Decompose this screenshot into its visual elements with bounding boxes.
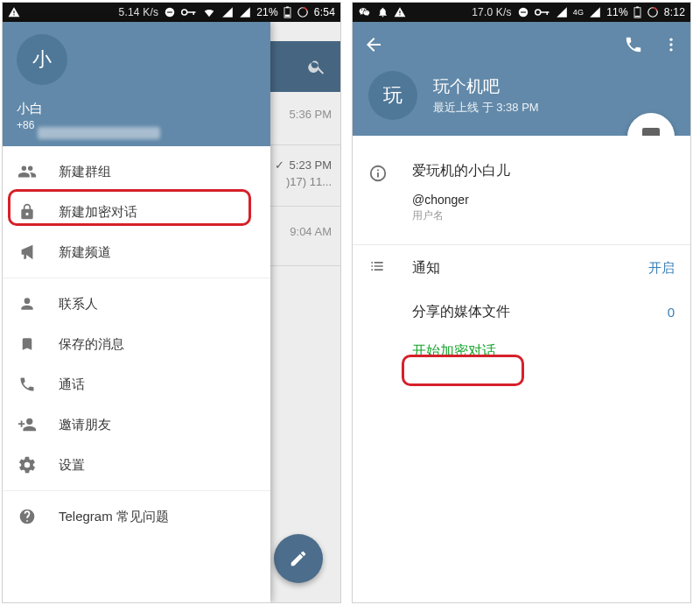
drawer-item-label: 新建加密对话 [59,204,137,221]
svg-rect-3 [187,11,196,13]
list-icon [368,257,389,278]
user-avatar[interactable]: 小 [17,34,67,85]
warning-icon [8,6,20,18]
profile-status: 最近上线 于 3:38 PM [433,100,539,116]
clock: 6:54 [314,6,335,18]
info-icon [368,162,389,223]
display-name: 爱玩机的小白儿 [412,162,675,180]
row-start-secret-chat[interactable]: 开始加密对话 [353,334,690,373]
username-caption: 用户名 [412,208,675,223]
drawer-item-faq[interactable]: Telegram 常见问题 [3,496,270,537]
clock-ring-icon [647,6,659,18]
chat-preview: )17) 11... [286,175,332,188]
clock: 8:12 [664,6,685,18]
more-button[interactable] [662,35,680,58]
more-vert-icon [662,35,680,54]
search-icon[interactable] [307,57,326,76]
battery-percent: 11% [606,6,628,18]
dnd-icon [517,6,529,18]
nav-drawer: 小 小白 +86 新建群组 新建加密对话 新建频道 联系人 [3,22,270,602]
person-add-icon [17,415,38,434]
contact-icon [17,295,38,313]
drawer-item-label: Telegram 常见问题 [59,509,169,525]
svg-rect-6 [286,6,289,8]
drawer-item-new-channel[interactable]: 新建频道 [3,232,270,272]
call-button[interactable] [624,35,643,58]
drawer-item-contacts[interactable]: 联系人 [3,284,270,324]
svg-rect-16 [635,16,640,17]
drawer-item-invite[interactable]: 邀请朋友 [3,405,270,445]
dnd-icon [164,6,176,18]
svg-point-2 [182,10,187,15]
group-icon [17,162,38,181]
megaphone-icon [17,243,38,262]
profile-body: 爱玩机的小白儿 @chonger 用户名 通知 开启 分享的媒体文件 0 开始加… [353,136,690,602]
row-label: 分享的媒体文件 [412,303,510,321]
divider [3,278,270,278]
wifi-icon [202,6,216,18]
chat-time: 5:36 PM [290,108,332,121]
toolbar [353,22,690,71]
chat-time: 5:23 PM [290,158,332,172]
svg-point-18 [669,39,672,41]
svg-rect-1 [167,11,172,12]
drawer-item-label: 设置 [59,457,85,474]
drawer-item-calls[interactable]: 通话 [3,364,270,405]
chat-time: 9:04 AM [290,225,332,238]
network-type: 4G [573,8,584,17]
phone-left: 5.14 K/s 21% 6:54 5:36 PM ✓ 5:23 PM )17)… [2,2,341,603]
statusbar: 17.0 K/s 4G 11% 8:12 [353,3,690,22]
row-value: 0 [668,305,675,320]
drawer-item-label: 联系人 [59,296,98,313]
svg-point-19 [669,43,672,46]
signal-icon [239,6,251,18]
gear-icon [17,455,38,475]
wechat-icon [358,6,372,18]
battery-percent: 21% [256,6,278,18]
key-icon [535,7,550,18]
start-secret-chat-label: 开始加密对话 [412,342,496,361]
row-label: 通知 [412,259,626,278]
svg-rect-12 [541,11,550,13]
user-name: 小白 [17,101,256,117]
drawer-list: 新建群组 新建加密对话 新建频道 联系人 保存的消息 通话 [3,146,270,542]
help-icon [17,508,38,525]
lock-icon [17,203,38,221]
redacted-blur [38,127,160,139]
avatar-initial: 玩 [383,82,402,109]
phone-icon [17,376,38,393]
battery-icon [284,6,291,18]
row-notifications[interactable]: 通知 开启 [353,245,690,291]
drawer-item-label: 通话 [59,376,85,393]
bell-icon [377,6,388,18]
network-speed: 5.14 K/s [119,6,159,18]
drawer-item-new-group[interactable]: 新建群组 [3,151,270,192]
svg-rect-4 [193,11,195,15]
profile-avatar[interactable]: 玩 [368,71,417,120]
drawer-item-saved-messages[interactable]: 保存的消息 [3,324,270,364]
svg-rect-13 [546,11,548,15]
username[interactable]: @chonger [412,193,675,207]
drawer-header[interactable]: 小 小白 +86 [3,22,270,146]
drawer-item-new-secret-chat[interactable]: 新建加密对话 [3,192,270,232]
info-section: 爱玩机的小白儿 @chonger 用户名 [353,136,690,232]
battery-icon [634,6,641,18]
phone-right: 17.0 K/s 4G 11% 8:12 [352,2,691,603]
row-shared-media[interactable]: 分享的媒体文件 0 [353,291,690,334]
back-button[interactable] [363,34,384,59]
svg-rect-7 [285,15,290,18]
key-icon [181,7,197,18]
drawer-item-label: 邀请朋友 [59,417,111,433]
drawer-item-settings[interactable]: 设置 [3,445,270,485]
compose-fab[interactable] [274,534,323,583]
divider [3,490,270,491]
row-value: 开启 [648,260,675,277]
drawer-item-label: 新建频道 [59,244,111,261]
arrow-back-icon [363,34,384,55]
network-speed: 17.0 K/s [472,6,512,18]
signal-icon [556,6,568,18]
drawer-item-label: 新建群组 [59,164,111,180]
profile-name: 玩个机吧 [433,75,539,98]
warning-icon [394,6,406,18]
avatar-initial: 小 [32,46,52,73]
